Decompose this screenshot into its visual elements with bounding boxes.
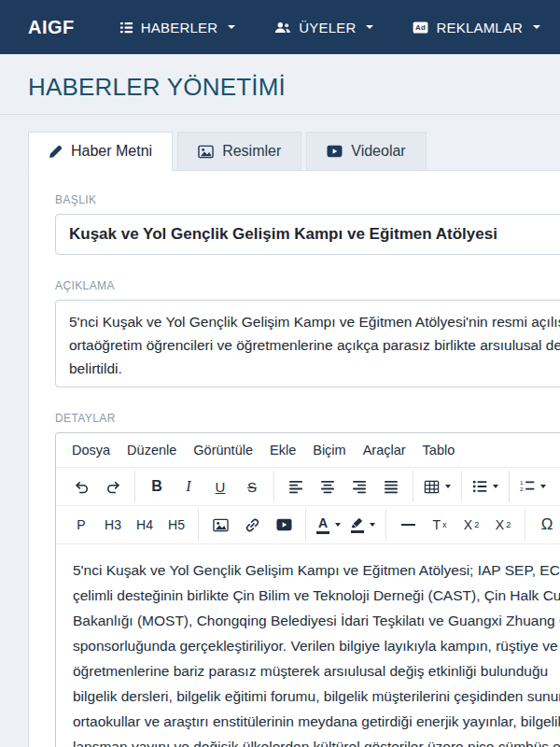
superscript-button[interactable]: X2 (487, 509, 519, 541)
chevron-down-icon (533, 25, 540, 29)
h3-button[interactable]: H3 (97, 509, 129, 541)
nav-item-label: HABERLER (141, 20, 217, 35)
block-format-group: P H3 H4 H5 (60, 509, 198, 541)
menu-bicim[interactable]: Biçim (304, 438, 354, 462)
highlight-color-button[interactable] (345, 509, 380, 541)
h4-button[interactable]: H4 (129, 509, 161, 541)
editor-toolbar-row2: P H3 H4 H5 (56, 505, 560, 543)
h5-button[interactable]: H5 (161, 509, 192, 541)
menu-ekle[interactable]: Ekle (261, 438, 304, 462)
format-group: B I U S (134, 471, 273, 502)
ad-badge-icon: Ad (413, 21, 428, 34)
menu-dosya[interactable]: Dosya (63, 438, 119, 462)
horizontal-rule-icon (401, 524, 415, 526)
align-group (273, 471, 413, 502)
text-color-icon: A (316, 516, 329, 534)
tab-haber-metni[interactable]: Haber Metni (28, 132, 173, 171)
undo-button[interactable] (65, 471, 97, 502)
chevron-down-icon (540, 485, 546, 488)
image-icon (198, 145, 214, 159)
insert-image-button[interactable] (204, 509, 236, 541)
content-area: Haber Metni Resimler Videolar BAŞLIK AÇI… (0, 115, 560, 747)
list-icon (119, 21, 133, 35)
nav-item-haberler[interactable]: HABERLER (119, 20, 235, 35)
tab-bar: Haber Metni Resimler Videolar (28, 132, 560, 170)
menu-duzenle[interactable]: Düzenle (119, 438, 185, 462)
menu-tablo[interactable]: Tablo (414, 438, 464, 462)
baslik-label: BAŞLIK (55, 193, 560, 206)
baslik-input[interactable] (55, 214, 560, 255)
chevron-down-icon (228, 25, 235, 29)
tab-label: Resimler (222, 143, 281, 160)
special-char-group: Ω (525, 509, 560, 541)
nav-item-uyeler[interactable]: ÜYELER (274, 20, 373, 35)
rich-text-editor: Dosya Düzenle Görüntüle Ekle Biçim Araçl… (55, 432, 560, 747)
insert-link-button[interactable] (236, 509, 268, 541)
clear-formatting-button[interactable]: Tx (424, 509, 455, 541)
nav-item-label: ÜYELER (299, 20, 356, 35)
bold-button[interactable]: B (141, 471, 173, 502)
numbered-list-group: 1.2. (509, 471, 556, 502)
subscript-button[interactable]: X2 (455, 509, 487, 541)
text-color-button[interactable]: A (312, 509, 345, 541)
nav-item-reklamlar[interactable]: Ad REKLAMLAR (413, 20, 540, 35)
aciklama-label: AÇIKLAMA (55, 279, 560, 292)
numbered-list-button[interactable]: 1.2. (515, 471, 551, 502)
color-group: A (305, 509, 385, 541)
special-character-button[interactable]: Ω (531, 509, 560, 541)
table-group (413, 471, 461, 502)
brand-logo[interactable]: AIGF (28, 17, 75, 38)
video-icon (327, 145, 343, 158)
underline-button[interactable]: U (204, 471, 236, 502)
misc-format-group: Tx X2 X2 (385, 509, 525, 541)
top-navbar: AIGF HABERLER ÜYELER Ad REKLAMLAR (0, 0, 560, 54)
paragraph-button[interactable]: P (65, 509, 97, 541)
table-button[interactable] (419, 471, 455, 502)
italic-button[interactable]: I (173, 471, 204, 502)
bullet-list-button[interactable] (468, 471, 503, 502)
menu-araclar[interactable]: Araçlar (355, 438, 414, 462)
page-viewport: AIGF HABERLER ÜYELER Ad REKLAMLAR HABERL… (0, 0, 560, 747)
chevron-down-icon (445, 485, 451, 488)
history-group (60, 471, 134, 502)
horizontal-rule-button[interactable] (392, 509, 424, 541)
tab-label: Haber Metni (71, 143, 152, 160)
svg-text:2.: 2. (520, 486, 525, 492)
page-title: HABERLER YÖNETİMİ (28, 73, 560, 102)
align-justify-button[interactable] (375, 471, 407, 502)
align-left-button[interactable] (280, 471, 312, 502)
detaylar-label: DETAYLAR (55, 412, 560, 425)
svg-text:1.: 1. (520, 479, 525, 486)
nav-item-label: REKLAMLAR (436, 20, 523, 35)
tab-label: Videolar (351, 143, 405, 160)
tab-videolar[interactable]: Videolar (306, 132, 426, 171)
redo-button[interactable] (97, 471, 129, 502)
users-icon (274, 21, 291, 35)
menu-goruntule[interactable]: Görüntüle (185, 438, 261, 462)
strikethrough-button[interactable]: S (236, 471, 268, 502)
align-center-button[interactable] (312, 471, 343, 502)
pencil-icon (49, 145, 63, 159)
editor-content[interactable]: 5'nci Kuşak ve Yol Gençlik Gelişim Kampı… (56, 543, 560, 747)
page-head: HABERLER YÖNETİMİ (0, 54, 560, 115)
highlighter-icon (350, 517, 364, 533)
insert-video-button[interactable] (268, 509, 300, 541)
editor-menubar: Dosya Düzenle Görüntüle Ekle Biçim Araçl… (56, 433, 560, 467)
editor-toolbar-row1: B I U S (56, 467, 560, 505)
haber-metni-panel: BAŞLIK AÇIKLAMA 5'nci Kuşak ve Yol Gençl… (28, 170, 560, 747)
chevron-down-icon (493, 485, 498, 488)
chevron-down-icon (335, 523, 341, 527)
tab-resimler[interactable]: Resimler (177, 132, 301, 171)
insert-media-group (198, 509, 305, 541)
svg-text:Ad: Ad (416, 23, 427, 32)
align-right-button[interactable] (343, 471, 375, 502)
chevron-down-icon (366, 25, 373, 29)
chevron-down-icon (370, 523, 375, 527)
bullet-list-group (461, 471, 509, 502)
aciklama-textarea[interactable]: 5'nci Kuşak ve Yol Gençlik Gelişim Kampı… (55, 300, 560, 388)
